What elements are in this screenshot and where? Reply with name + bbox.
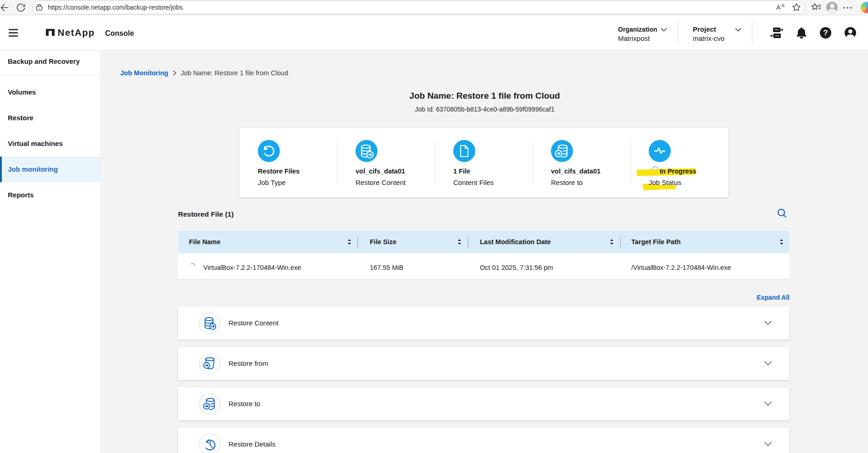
svg-text:?: ? <box>823 28 828 37</box>
svg-text:A: A <box>776 4 781 11</box>
svg-text:NetApp: NetApp <box>58 29 95 38</box>
